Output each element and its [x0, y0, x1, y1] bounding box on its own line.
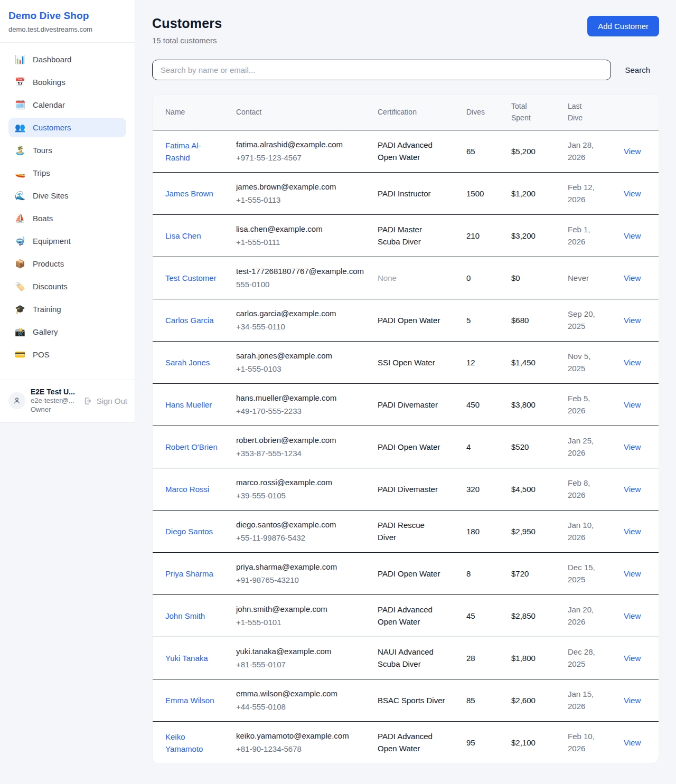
customer-name-link[interactable]: Diego Santos — [165, 525, 213, 537]
customer-last-dive-cell: Dec 28, 2025 — [561, 637, 617, 679]
bookings-icon: 📅 — [15, 78, 25, 87]
avatar — [8, 392, 25, 409]
customer-dives-cell: 65 — [460, 130, 505, 173]
view-customer-link[interactable]: View — [624, 273, 641, 282]
table-row: Priya Sharma priya.sharma@example.com +9… — [153, 553, 659, 595]
customer-view-cell: View — [617, 173, 659, 215]
customer-name-link[interactable]: Yuki Tanaka — [165, 652, 208, 664]
column-header-contact: Contact — [230, 95, 371, 130]
customer-name-cell: Yuki Tanaka — [153, 637, 230, 679]
customer-dives-cell: 1500 — [460, 173, 505, 215]
view-customer-link[interactable]: View — [624, 654, 641, 663]
sidebar-item-discounts[interactable]: 🏷️ Discounts — [8, 277, 126, 296]
customer-certification-cell: PADI Instructor — [371, 173, 460, 215]
sidebar-item-boats[interactable]: ⛵ Boats — [8, 209, 126, 228]
customer-name-link[interactable]: Carlos Garcia — [165, 314, 214, 326]
search-input[interactable] — [152, 60, 611, 80]
dive-sites-icon: 🌊 — [15, 192, 25, 200]
sidebar-item-dive-sites[interactable]: 🌊 Dive Sites — [8, 186, 126, 205]
customer-phone: +971-55-123-4567 — [236, 152, 365, 164]
page-title: Customers — [152, 16, 222, 31]
sidebar-item-pos[interactable]: 💳 POS — [8, 345, 126, 364]
customer-last-dive-cell: Jan 15, 2026 — [561, 679, 617, 722]
customer-last-dive-cell: Feb 10, 2026 — [561, 722, 617, 764]
sidebar-item-dashboard[interactable]: 📊 Dashboard — [8, 50, 126, 69]
table-row: Keiko Yamamoto keiko.yamamoto@example.co… — [153, 722, 659, 764]
sidebar-item-training[interactable]: 🎓 Training — [8, 299, 126, 319]
nav-item-label: Equipment — [33, 237, 71, 245]
sign-out-icon — [83, 396, 92, 405]
table-row: John Smith john.smith@example.com +1-555… — [153, 595, 659, 637]
sidebar-item-trips[interactable]: 🚤 Trips — [8, 163, 126, 183]
customer-name-cell: Priya Sharma — [153, 553, 230, 595]
customer-name-link[interactable]: James Brown — [165, 187, 213, 200]
view-customer-link[interactable]: View — [624, 316, 641, 325]
sidebar-header: Demo Dive Shop demo.test.divestreams.com — [0, 0, 135, 43]
sidebar-item-products[interactable]: 📦 Products — [8, 254, 126, 273]
view-customer-link[interactable]: View — [624, 189, 641, 198]
products-icon: 📦 — [15, 260, 25, 268]
customer-name-link[interactable]: Lisa Chen — [165, 230, 201, 242]
sidebar-item-tours[interactable]: 🏝️ Tours — [8, 140, 126, 160]
view-customer-link[interactable]: View — [624, 485, 641, 494]
customer-contact-cell: john.smith@example.com +1-555-0101 — [230, 595, 371, 637]
view-customer-link[interactable]: View — [624, 147, 641, 156]
customer-total-spent-cell: $3,200 — [505, 215, 561, 257]
search-button[interactable]: Search — [625, 65, 650, 74]
customer-contact-cell: test-1772681807767@example.com 555-0100 — [230, 257, 371, 299]
nav-item-label: Products — [33, 259, 64, 268]
customer-name-link[interactable]: John Smith — [165, 610, 205, 622]
view-customer-link[interactable]: View — [624, 738, 641, 747]
sidebar-item-bookings[interactable]: 📅 Bookings — [8, 72, 126, 92]
customers-icon: 👥 — [15, 124, 25, 132]
customer-name-link[interactable]: Sarah Jones — [165, 356, 210, 369]
customer-email: lisa.chen@example.com — [236, 223, 365, 235]
customer-name-link[interactable]: Marco Rossi — [165, 483, 209, 495]
view-customer-link[interactable]: View — [624, 358, 641, 367]
sidebar-item-equipment[interactable]: 🤿 Equipment — [8, 231, 126, 251]
column-header-actions — [617, 95, 659, 130]
customer-dives-cell: 4 — [460, 426, 505, 468]
view-customer-link[interactable]: View — [624, 442, 641, 451]
sign-out-button[interactable]: Sign Out — [83, 396, 127, 405]
view-customer-link[interactable]: View — [624, 569, 641, 578]
customer-email: sarah.jones@example.com — [236, 350, 365, 362]
customer-total-spent-cell: $2,850 — [505, 595, 561, 637]
user-email: e2e-tester@... — [31, 396, 78, 405]
customer-total-spent-cell: $720 — [505, 553, 561, 595]
customer-phone: +91-98765-43210 — [236, 574, 365, 587]
sidebar-item-customers[interactable]: 👥 Customers — [8, 118, 126, 137]
customer-last-dive-cell: Never — [561, 257, 617, 299]
customer-name-link[interactable]: Hans Mueller — [165, 399, 212, 411]
pos-icon: 💳 — [15, 351, 25, 359]
nav-item-label: Calendar — [33, 100, 65, 109]
customer-contact-cell: diego.santos@example.com +55-11-99876-54… — [230, 511, 371, 553]
nav-item-label: Customers — [33, 123, 71, 132]
customer-name-cell: Carlos Garcia — [153, 299, 230, 342]
sidebar-item-calendar[interactable]: 🗓️ Calendar — [8, 95, 126, 115]
view-customer-link[interactable]: View — [624, 400, 641, 409]
customer-phone: +49-170-555-2233 — [236, 405, 365, 418]
tours-icon: 🏝️ — [15, 146, 25, 155]
nav-item-label: Discounts — [33, 282, 68, 291]
customer-contact-cell: emma.wilson@example.com +44-555-0108 — [230, 679, 371, 722]
nav-item-label: Dive Sites — [33, 191, 69, 200]
sidebar-item-gallery[interactable]: 📸 Gallery — [8, 322, 126, 342]
view-customer-link[interactable]: View — [624, 611, 641, 620]
table-row: Marco Rossi marco.rossi@example.com +39-… — [153, 468, 659, 511]
customer-name-link[interactable]: Emma Wilson — [165, 694, 214, 706]
view-customer-link[interactable]: View — [624, 527, 641, 536]
add-customer-button[interactable]: Add Customer — [587, 16, 659, 36]
customer-email: john.smith@example.com — [236, 603, 365, 616]
customer-name-cell: Fatima Al-Rashid — [153, 130, 230, 173]
customer-email: fatima.alrashid@example.com — [236, 139, 365, 151]
view-customer-link[interactable]: View — [624, 696, 641, 705]
customer-view-cell: View — [617, 130, 659, 173]
customer-name-link[interactable]: Test Customer — [165, 272, 217, 284]
customer-name-link[interactable]: Keiko Yamamoto — [165, 731, 219, 755]
customer-email: carlos.garcia@example.com — [236, 308, 365, 320]
customer-name-link[interactable]: Fatima Al-Rashid — [165, 139, 219, 164]
customer-name-link[interactable]: Priya Sharma — [165, 568, 213, 580]
view-customer-link[interactable]: View — [624, 231, 641, 240]
customer-name-link[interactable]: Robert O'Brien — [165, 441, 218, 453]
